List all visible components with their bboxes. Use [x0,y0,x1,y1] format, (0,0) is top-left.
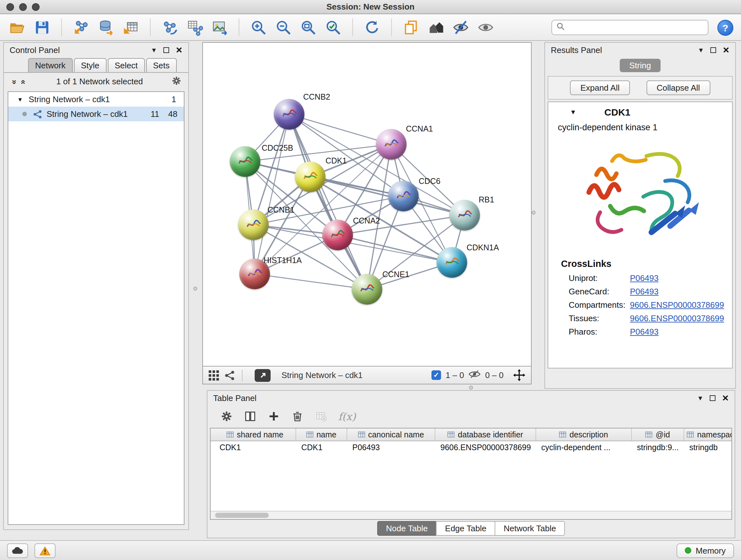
panel-float-icon[interactable] [710,395,716,401]
table-cell[interactable]: CDK1 [214,441,296,455]
network-node-ccne1[interactable] [352,274,382,305]
show-columns-icon[interactable] [244,410,257,423]
show-all-icon[interactable] [476,18,495,37]
crosslink-link[interactable]: 9606.ENSP00000378699 [630,300,724,310]
crosslink-link[interactable]: P06493 [630,327,659,336]
import-database-icon[interactable] [96,18,116,37]
network-node-ccnb2[interactable] [274,99,305,130]
pan-crosshair-icon[interactable] [513,369,525,381]
tab-network[interactable]: Network [28,58,72,72]
zoom-selected-icon[interactable] [324,18,343,37]
save-session-icon[interactable] [32,18,52,37]
panel-close-icon[interactable]: ✕ [176,45,183,55]
network-options-gear-icon[interactable] [171,75,182,88]
table-cell[interactable]: CDK1 [296,441,347,455]
add-column-icon[interactable] [267,410,280,423]
column-header-description[interactable]: description [536,428,632,441]
home-icon[interactable] [426,18,446,37]
network-node-cdk1[interactable] [295,162,326,192]
network-node-cdkn1a[interactable] [436,247,467,278]
column-header--id[interactable]: @id [632,428,684,441]
right-divider-handle[interactable] [532,211,536,214]
collapse-all-button[interactable]: Collapse All [647,80,711,95]
search-box[interactable] [551,20,709,35]
network-collection-row[interactable]: ▼ String Network – cdk1 1 [8,92,184,107]
table-cell[interactable]: stringdb:9... [632,441,684,455]
delete-column-icon[interactable] [291,410,304,423]
table-cell[interactable]: stringdb [684,441,732,455]
panel-menu-icon[interactable]: ▼ [697,394,703,401]
zoom-fit-icon[interactable] [299,18,318,37]
open-in-new-icon[interactable] [255,369,271,381]
export-image-icon[interactable] [210,18,229,37]
gene-entry-header[interactable]: ▼ CDK1 [548,102,732,121]
panel-close-icon[interactable]: ✕ [723,45,730,55]
table-row[interactable]: CDK1CDK1P064939606.ENSP00000378699cyclin… [211,441,731,455]
column-header-canonical-name[interactable]: canonical name [347,428,435,441]
zoom-in-icon[interactable] [249,18,268,37]
bottom-divider-handle[interactable] [469,386,473,389]
tab-sets[interactable]: Sets [146,58,177,72]
network-from-table-icon[interactable] [185,18,204,37]
search-input[interactable] [568,23,703,32]
import-network-icon[interactable] [71,18,91,37]
network-node-ccnb1[interactable] [238,209,269,240]
birds-eye-grid-icon[interactable] [209,370,219,380]
panel-menu-icon[interactable]: ▼ [697,46,704,53]
tab-style[interactable]: Style [74,58,106,72]
warnings-button[interactable] [35,543,56,558]
zoom-out-icon[interactable] [274,18,293,37]
left-divider-handle[interactable] [193,287,197,291]
tab-select[interactable]: Select [108,58,145,72]
crosslink-link[interactable]: P06493 [630,287,659,296]
selected-checkbox-icon[interactable]: ✓ [431,370,441,380]
hide-selected-icon[interactable] [451,18,470,37]
copy-style-icon[interactable] [401,18,421,37]
scrollbar-thumb[interactable] [215,513,269,518]
table-settings-gear-icon[interactable] [220,410,233,423]
function-builder-button[interactable]: f(x) [338,410,356,422]
column-header-namespace[interactable]: namespace [684,428,732,441]
expand-all-button[interactable]: Expand All [570,80,630,95]
panel-float-icon[interactable] [711,47,716,53]
network-node-cdc6[interactable] [388,181,419,211]
tab-network-table[interactable]: Network Table [495,521,565,536]
import-table-icon[interactable] [121,18,140,37]
network-row[interactable]: String Network – cdk1 11 48 [8,107,184,121]
panel-menu-icon[interactable]: ▼ [151,46,157,53]
tab-string[interactable]: String [620,59,661,72]
expand-all-icon[interactable]: « [19,77,28,86]
table-cell[interactable]: 9606.ENSP00000378699 [435,441,536,455]
cloud-button[interactable] [7,543,28,558]
memory-button[interactable]: Memory [677,543,734,558]
table-cell[interactable]: cyclin-dependent ... [536,441,632,455]
crosslink-link[interactable]: 9606.ENSP00000378699 [630,314,724,323]
share-network-icon[interactable] [225,370,235,380]
table-cell[interactable]: P06493 [347,441,435,455]
zoom-window-button[interactable] [32,3,40,11]
network-node-ccna1[interactable] [376,129,407,160]
hidden-eye-slash-icon[interactable] [468,370,481,381]
network-node-ccna2[interactable] [322,220,353,250]
column-header-database-identifier[interactable]: database identifier [435,428,536,441]
crosslink-link[interactable]: P06493 [630,273,659,283]
network-node-rb1[interactable] [449,200,480,231]
chevron-down-icon[interactable]: ▼ [570,108,576,115]
new-network-icon[interactable] [160,18,179,37]
refresh-layout-icon[interactable] [362,18,382,37]
network-node-cdc25b[interactable] [230,146,260,177]
panel-float-icon[interactable] [163,47,169,53]
open-session-icon[interactable] [8,18,27,37]
panel-close-icon[interactable]: ✕ [722,393,729,402]
tab-node-table[interactable]: Node Table [377,521,436,536]
column-header-name[interactable]: name [296,428,347,441]
tab-edge-table[interactable]: Edge Table [436,521,495,536]
horizontal-scrollbar[interactable] [211,511,731,519]
close-window-button[interactable] [6,3,14,11]
disclosure-triangle-icon[interactable]: ▼ [17,96,23,103]
collapse-all-icon[interactable]: » [10,77,19,86]
help-button[interactable]: ? [718,19,733,36]
minimize-window-button[interactable] [19,3,27,11]
network-canvas[interactable]: CCNB2CCNA1CDC25BCDK1CDC6RB1CCNB1CCNA2CDK… [202,42,532,367]
column-header-shared-name[interactable]: shared name [214,428,296,441]
